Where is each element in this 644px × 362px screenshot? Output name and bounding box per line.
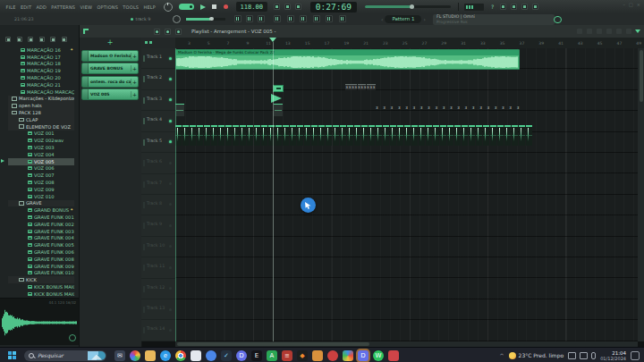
- pattern-name[interactable]: Pattern 1: [385, 15, 421, 23]
- taskbar-app-icon[interactable]: [388, 350, 399, 361]
- kick-audio-clip[interactable]: [182, 125, 189, 146]
- kick-audio-clip[interactable]: [254, 125, 260, 146]
- browser-tool-icon[interactable]: [17, 37, 22, 42]
- kick-audio-clip[interactable]: [369, 125, 375, 146]
- playlist-dropdown-icon[interactable]: [635, 29, 640, 33]
- browser-item[interactable]: GRAVE FUNK 001: [8, 214, 74, 221]
- weather-widget[interactable]: 23°C Pred. limpo: [509, 352, 564, 359]
- browser-item[interactable]: GRAVE FUNK 005: [8, 241, 74, 248]
- pattern-next-arrow[interactable]: ›: [423, 16, 425, 22]
- track-mute-led[interactable]: [169, 224, 172, 227]
- browser-item[interactable]: KICK: [8, 276, 74, 283]
- taskbar-app-icon[interactable]: ✉: [114, 350, 125, 361]
- mini-pattern-clip[interactable]: 3: [412, 105, 419, 111]
- kick-audio-clip[interactable]: [469, 125, 475, 146]
- mini-pattern-clip[interactable]: 3: [502, 105, 509, 111]
- main-volume-knob[interactable]: [164, 3, 173, 12]
- kick-audio-clip[interactable]: [404, 125, 411, 146]
- taskbar-app-icon[interactable]: [130, 350, 140, 361]
- kick-audio-clip[interactable]: [504, 125, 511, 146]
- kick-audio-clip[interactable]: [225, 125, 232, 146]
- kick-audio-clip[interactable]: [447, 125, 453, 146]
- song-position-slider[interactable]: [365, 5, 451, 8]
- play-button[interactable]: [200, 4, 206, 10]
- mini-pattern-clip[interactable]: 3: [457, 105, 464, 111]
- kick-audio-clip[interactable]: [275, 125, 282, 146]
- kick-audio-clip[interactable]: [390, 125, 396, 146]
- taskbar-app-icon[interactable]: A: [267, 350, 277, 361]
- window-control-button[interactable]: □: [629, 2, 633, 7]
- track-header[interactable]: Track 2: [141, 69, 175, 89]
- playlist-canvas[interactable]: Madson O Ferinha - Mega de Funks Colocar…: [175, 48, 644, 341]
- kick-audio-clip[interactable]: [476, 125, 482, 146]
- picker-clip-chip[interactable]: Madson O Ferinha +: [81, 50, 139, 62]
- kick-audio-clip[interactable]: [411, 125, 418, 146]
- kick-audio-clip[interactable]: [190, 125, 196, 146]
- kick-audio-clip[interactable]: [304, 125, 310, 146]
- kick-audio-clip[interactable]: [290, 125, 296, 146]
- toolbar-icon[interactable]: [300, 15, 307, 22]
- kick-audio-clip[interactable]: [526, 125, 532, 146]
- kick-audio-clip[interactable]: [462, 125, 468, 146]
- browser-item[interactable]: PACK 128: [8, 109, 74, 116]
- browser-item[interactable]: VOZ 004: [8, 151, 74, 158]
- toolbar-icon[interactable]: [284, 4, 291, 10]
- browser-item[interactable]: GRAVE FUNK 010: [8, 270, 74, 277]
- kick-audio-clip[interactable]: [519, 125, 525, 146]
- kick-audio-clip[interactable]: [376, 125, 382, 146]
- browser-item[interactable]: KICK BONUS MAICOM DJ: [8, 290, 74, 298]
- stop-button[interactable]: [212, 4, 216, 9]
- master-volume-slider[interactable]: [186, 18, 225, 21]
- speaker-icon[interactable]: [580, 352, 588, 359]
- kick-audio-clip[interactable]: [283, 125, 289, 146]
- taskbar-app-icon[interactable]: [327, 350, 338, 361]
- taskbar-app-icon[interactable]: ◆: [297, 350, 308, 361]
- browser-item[interactable]: GRAND BONUS: [8, 206, 74, 214]
- window-control-button[interactable]: –: [623, 2, 626, 7]
- playlist-header-button[interactable]: [587, 29, 592, 34]
- browser-item[interactable]: MARCAÇÃO 21: [8, 81, 74, 88]
- track-header[interactable]: Track 11: [141, 257, 175, 278]
- playlist-tool-icon[interactable]: [175, 29, 182, 35]
- kick-audio-clip[interactable]: [512, 125, 518, 146]
- notification-icon[interactable]: [631, 351, 640, 360]
- track-mute-led[interactable]: [169, 266, 172, 269]
- menu-item[interactable]: PATTERNS: [49, 4, 78, 10]
- toolbar-icon[interactable]: [246, 15, 253, 22]
- browser-item[interactable]: CLAP: [8, 116, 74, 123]
- mini-pattern-clip[interactable]: 3: [391, 105, 398, 111]
- kick-audio-clip[interactable]: [261, 125, 267, 146]
- toolbar-icon[interactable]: [326, 15, 333, 22]
- kick-audio-clip[interactable]: [197, 125, 203, 146]
- taskbar-app-icon[interactable]: [343, 350, 353, 361]
- mini-pattern-clip[interactable]: 3: [420, 105, 428, 111]
- track-header[interactable]: Track 13: [141, 299, 175, 320]
- playlist-header-button[interactable]: [626, 29, 631, 34]
- small-clip-track4-a[interactable]: [175, 104, 184, 116]
- kick-audio-clip[interactable]: [419, 125, 425, 146]
- taskbar-app-icon[interactable]: D: [358, 350, 369, 361]
- mini-pattern-clip[interactable]: 3: [495, 105, 502, 111]
- track-header[interactable]: Track 14: [141, 320, 175, 341]
- audio-clip-track1[interactable]: Madson O Ferinha - Mega de Funks Colocar…: [175, 49, 520, 70]
- kick-audio-clip[interactable]: [426, 125, 432, 146]
- kick-audio-clip[interactable]: [318, 125, 325, 146]
- kick-audio-clip[interactable]: [333, 125, 339, 146]
- browser-item[interactable]: VOZ 003: [8, 144, 74, 151]
- taskbar-app-icon[interactable]: e: [160, 350, 171, 361]
- taskbar-app-icon[interactable]: D: [236, 350, 247, 361]
- taskbar-app-icon[interactable]: [312, 350, 323, 361]
- taskbar-app-icon[interactable]: [145, 350, 156, 361]
- browser-item[interactable]: KICK BONUS MAICOM DJ 02: [8, 283, 74, 290]
- browser-item[interactable]: VOZ 005: [8, 158, 74, 165]
- mini-pattern-clip[interactable]: 3: [383, 105, 390, 111]
- mini-pattern-clip[interactable]: 3: [435, 105, 442, 111]
- browser-item[interactable]: GRAVE: [8, 200, 74, 207]
- track-mute-led[interactable]: [169, 162, 172, 164]
- track-mute-led[interactable]: [169, 308, 172, 311]
- browser-tool-icon[interactable]: [5, 37, 11, 42]
- kick-audio-clip[interactable]: [240, 125, 246, 146]
- menu-item[interactable]: ADD: [34, 4, 49, 10]
- toolbar-icon[interactable]: [511, 4, 517, 10]
- track-mute-led[interactable]: [169, 245, 172, 248]
